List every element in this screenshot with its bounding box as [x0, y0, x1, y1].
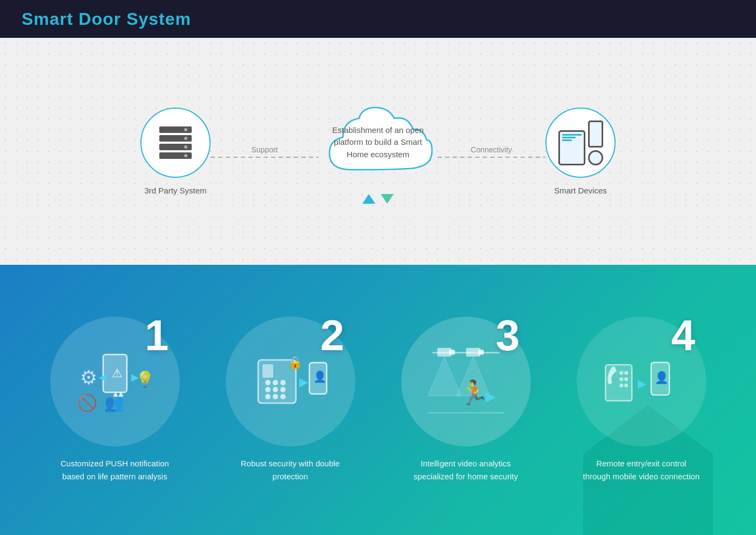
device-group-icon — [558, 121, 603, 165]
feature-label-2: Robust security with double protection — [231, 457, 350, 483]
svg-point-14 — [265, 394, 271, 399]
arrow-down-icon — [381, 194, 394, 204]
svg-point-33 — [624, 371, 628, 374]
third-party-node: 3rd Party System — [140, 108, 211, 195]
svg-point-16 — [280, 394, 286, 399]
feature-card-3: 3 🏃 ▶ — [383, 317, 548, 483]
feature-number-1: 1 — [145, 314, 169, 357]
svg-point-8 — [265, 380, 271, 385]
diagram-container: 3rd Party System Support Establishment o… — [0, 99, 756, 204]
cloud-text: Establishment of an open platform to bui… — [319, 113, 437, 172]
gear-text: ⚙ — [80, 366, 97, 389]
svg-point-34 — [619, 377, 623, 381]
feature-number-4: 4 — [671, 314, 696, 357]
bulb-text: 💡 — [136, 370, 154, 388]
svg-text:⚠: ⚠ — [112, 366, 123, 380]
arrow-up-icon — [362, 194, 375, 204]
feature-number-2: 2 — [320, 314, 345, 357]
feature-circle-2: 2 🔒 — [226, 317, 355, 446]
smart-devices-label: Smart Devices — [554, 186, 607, 195]
support-label: Support — [251, 145, 278, 154]
svg-text:👤: 👤 — [313, 370, 327, 383]
svg-marker-26 — [427, 357, 461, 396]
tablet-icon — [558, 130, 585, 165]
svg-text:👤: 👤 — [654, 371, 669, 385]
feature-label-3: Intelligent video analytics specialized … — [407, 457, 525, 483]
svg-text:🔒: 🔒 — [288, 355, 303, 370]
feature-label-4: Remote entry/exit control through mobile… — [582, 457, 701, 483]
feature-circle-4: 4 ▶ 👤 — [577, 317, 706, 446]
connectivity-label: Connectivity — [471, 145, 512, 154]
svg-rect-7 — [262, 364, 273, 378]
right-connector: Connectivity — [437, 145, 545, 158]
svg-text:▶: ▶ — [485, 389, 496, 404]
cloud-node: Establishment of an open platform to bui… — [319, 99, 437, 204]
svg-text:▲: ▲ — [117, 389, 125, 398]
features-section: 1 ⚙ 🚫 ⚠ ◀ ▶ 💡 👥 — [0, 265, 756, 535]
cloud-shape: Establishment of an open platform to bui… — [319, 99, 437, 186]
svg-point-11 — [265, 387, 271, 392]
feature-label-1: Customized PUSH notification based on li… — [56, 457, 174, 483]
cloud-arrows — [362, 194, 394, 204]
connector-line-right — [437, 157, 545, 158]
no-signal-text: 🚫 — [77, 393, 98, 413]
svg-text:🏃: 🏃 — [458, 378, 489, 407]
feature-number-3: 3 — [496, 314, 520, 357]
svg-point-12 — [273, 387, 278, 392]
svg-point-15 — [273, 394, 278, 399]
smart-devices-circle — [545, 108, 616, 178]
page-title: Smart Door System — [22, 9, 191, 29]
svg-text:▶: ▶ — [637, 377, 646, 390]
feature-card-4: 4 ▶ 👤 — [559, 317, 724, 483]
watch-icon — [588, 150, 603, 165]
svg-rect-23 — [449, 350, 455, 355]
server-icon — [159, 126, 192, 159]
left-connector: Support — [211, 145, 319, 158]
svg-point-35 — [624, 377, 628, 381]
svg-text:◀: ◀ — [99, 372, 106, 383]
svg-text:▶: ▶ — [299, 375, 308, 389]
third-party-circle — [140, 108, 211, 178]
header: Smart Door System — [0, 0, 756, 38]
feature-card-2: 2 🔒 — [208, 317, 373, 483]
svg-rect-25 — [478, 350, 484, 355]
svg-point-13 — [280, 387, 286, 392]
svg-point-36 — [619, 384, 623, 387]
smart-devices-node: Smart Devices — [545, 108, 616, 195]
feature-circle-3: 3 🏃 ▶ — [401, 317, 531, 446]
svg-point-9 — [273, 380, 278, 385]
svg-point-37 — [624, 384, 628, 387]
svg-point-32 — [619, 371, 623, 374]
connector-line-left — [211, 157, 319, 158]
diagram-section: 3rd Party System Support Establishment o… — [0, 38, 756, 265]
phone-icon-sm — [588, 121, 603, 148]
svg-point-10 — [280, 380, 286, 385]
feature-card-1: 1 ⚙ 🚫 ⚠ ◀ ▶ 💡 👥 — [32, 317, 197, 483]
third-party-label: 3rd Party System — [144, 186, 206, 195]
feature-circle-1: 1 ⚙ 🚫 ⚠ ◀ ▶ 💡 👥 — [50, 317, 180, 446]
